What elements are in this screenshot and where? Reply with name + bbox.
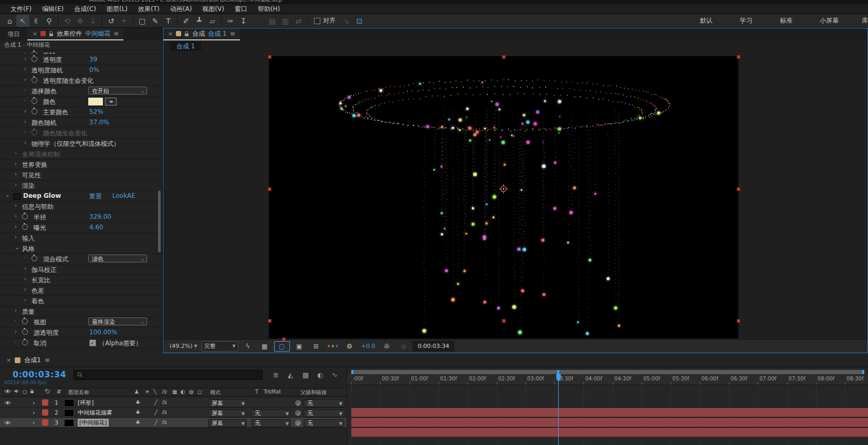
layer-duration-bar[interactable]	[351, 428, 868, 437]
layer-selection-handle[interactable]	[268, 187, 271, 191]
frame-blend-icon[interactable]: ▦	[172, 389, 177, 395]
tab-project[interactable]: 项目	[0, 30, 27, 39]
menu-item[interactable]: 视图(V)	[197, 4, 229, 14]
vendor-link[interactable]: LookAE	[112, 192, 135, 199]
layer-duration-bar[interactable]	[351, 418, 868, 427]
graph-editor-icon[interactable]: ∿	[332, 371, 338, 379]
zoom-tool[interactable]: ⚲	[43, 15, 56, 27]
layer-twirl-icon[interactable]: ›	[33, 409, 35, 416]
layer-row[interactable]: ›2中间烟花烟雾♣╱fx屏幕▼无▼@无▼	[0, 408, 347, 418]
layer-twirl-icon[interactable]: ›	[33, 419, 35, 426]
stopwatch-icon[interactable]	[32, 109, 37, 114]
menu-item[interactable]: 编辑(E)	[37, 4, 69, 14]
3d-icon[interactable]: ◻	[197, 389, 202, 395]
layer-duration-bar[interactable]	[351, 408, 868, 417]
parent-pick-whip-icon[interactable]: @	[295, 419, 301, 426]
tab-composition[interactable]: × 合成 合成 1 ≡	[163, 28, 240, 40]
stopwatch-icon[interactable]	[32, 98, 37, 104]
stopwatch-icon[interactable]	[32, 56, 37, 62]
snapshot-icon[interactable]: ✇	[379, 342, 394, 351]
composition-canvas[interactable]	[269, 56, 738, 338]
twirl-icon[interactable]: ⌄	[15, 245, 19, 250]
show-snapshot-icon[interactable]: ◎	[396, 342, 411, 351]
camera-tool[interactable]: ⌖	[118, 15, 131, 27]
time-ruler[interactable]: :00f00:30f01:00f01:30f02:00f02:30f03:00f…	[347, 374, 868, 385]
timeline-tab-label[interactable]: 合成1	[24, 356, 41, 365]
panel-menu-icon[interactable]: ≡	[230, 30, 235, 37]
layer-selection-handle[interactable]	[502, 55, 506, 59]
quality-switch[interactable]: ╱	[154, 419, 158, 425]
eraser-tool[interactable]: ▱	[206, 15, 219, 27]
layer-selection-handle[interactable]	[737, 319, 740, 323]
twirl-icon[interactable]: ›	[24, 287, 26, 292]
resolution-select[interactable]: 完整▼	[202, 341, 238, 352]
layer-parent-select[interactable]: 无▼	[304, 409, 344, 417]
mode-column-header[interactable]: 模式	[210, 389, 221, 396]
comp-mini-flowchart-icon[interactable]: ≣	[273, 371, 279, 379]
layer-name[interactable]: [中间烟花]	[78, 419, 109, 427]
stopwatch-icon[interactable]	[32, 130, 37, 135]
lock-column-icon[interactable]	[30, 389, 34, 395]
layer-selection-handle[interactable]	[282, 337, 286, 341]
exposure-icon[interactable]: ❂	[342, 342, 357, 351]
pan-camera-tool[interactable]: ✜	[74, 15, 87, 27]
workspace-tab[interactable]: 标准	[766, 16, 806, 25]
layer-label-chip[interactable]	[42, 419, 48, 426]
fx-icon[interactable]: fx	[162, 389, 166, 395]
audio-column-icon[interactable]	[14, 389, 19, 395]
stopwatch-icon[interactable]	[22, 340, 28, 345]
brush-tool[interactable]: ✐	[180, 15, 193, 27]
lock-icon[interactable]	[49, 31, 54, 37]
twirl-icon[interactable]: ·	[24, 98, 26, 103]
twirl-icon[interactable]: ›	[15, 182, 17, 187]
effect-panel-scrollbar[interactable]	[158, 190, 161, 252]
workspace-tab-clipped[interactable]: 库	[852, 16, 868, 25]
label-column-icon[interactable]	[45, 389, 50, 395]
fx-switch[interactable]: fx	[162, 399, 166, 405]
twirl-icon[interactable]: ›	[24, 119, 26, 124]
layer-trkmat-select[interactable]: 无▼	[251, 419, 291, 427]
transparency-grid-icon[interactable]: ▦	[257, 342, 272, 351]
type-tool[interactable]: T	[162, 15, 175, 27]
twirl-icon[interactable]: ›	[15, 213, 17, 219]
motion-blur-toggle-icon[interactable]: ◐	[317, 371, 323, 379]
workspace-tab[interactable]: 学习	[726, 16, 766, 25]
hand-tool[interactable]: ✌	[29, 15, 43, 27]
view-options-icon[interactable]: ⊡	[353, 15, 366, 27]
layer-visibility-eye-icon[interactable]	[4, 400, 11, 407]
quality-switch[interactable]: ╱	[154, 409, 158, 415]
effect-enable-checkbox[interactable]	[14, 193, 20, 200]
layer-row[interactable]: ›3[中间烟花]♣╱fx屏幕▼无▼@无▼	[0, 418, 347, 428]
menu-item[interactable]: 帮助(H)	[253, 4, 285, 14]
property-dropdown[interactable]: 在开始⌄	[88, 87, 147, 94]
parent-link-column-header[interactable]: 父级和链接	[300, 389, 327, 396]
video-column-icon[interactable]	[4, 389, 11, 395]
shy-switch[interactable]: ♣	[135, 409, 140, 415]
twirl-icon[interactable]: ›	[24, 129, 26, 135]
shy-switch[interactable]: ♣	[135, 399, 140, 405]
home-tool[interactable]: ⌂	[3, 15, 16, 27]
adjustment-icon[interactable]: ◍	[189, 389, 194, 395]
workspace-tab[interactable]: 默认	[686, 16, 726, 25]
panel-menu-icon[interactable]: ≡	[45, 356, 49, 364]
property-dropdown[interactable]: 最终渲染⌄	[88, 317, 147, 325]
region-of-interest-icon[interactable]: ⊞	[309, 342, 323, 351]
twirl-icon[interactable]: ›	[15, 161, 17, 166]
solo-column-icon[interactable]: ○	[23, 389, 27, 395]
layer-trkmat-select[interactable]: 无▼	[251, 409, 291, 417]
mask-visibility-icon[interactable]: ▣	[292, 342, 307, 351]
property-value[interactable]: 37.0%	[89, 119, 109, 126]
draft-3d-icon[interactable]: ◭	[288, 371, 293, 379]
layer-search-input[interactable]	[74, 370, 263, 380]
shape-overlay-icon[interactable]: ▢	[274, 341, 290, 352]
work-area-bar[interactable]	[351, 370, 864, 374]
menu-item[interactable]: 文件(F)	[5, 4, 37, 14]
layer-label-chip[interactable]	[42, 409, 48, 416]
frame-blend-toggle-icon[interactable]: ▩	[302, 371, 309, 379]
menu-item[interactable]: 窗口	[229, 4, 253, 14]
exposure-value[interactable]: +0.0	[359, 342, 378, 351]
property-value[interactable]: 52%	[89, 108, 103, 115]
panel-menu-icon[interactable]: ≡	[113, 30, 118, 37]
twirl-icon[interactable]: ·	[15, 318, 16, 324]
mask-mode-icon[interactable]: ▤	[266, 15, 279, 27]
